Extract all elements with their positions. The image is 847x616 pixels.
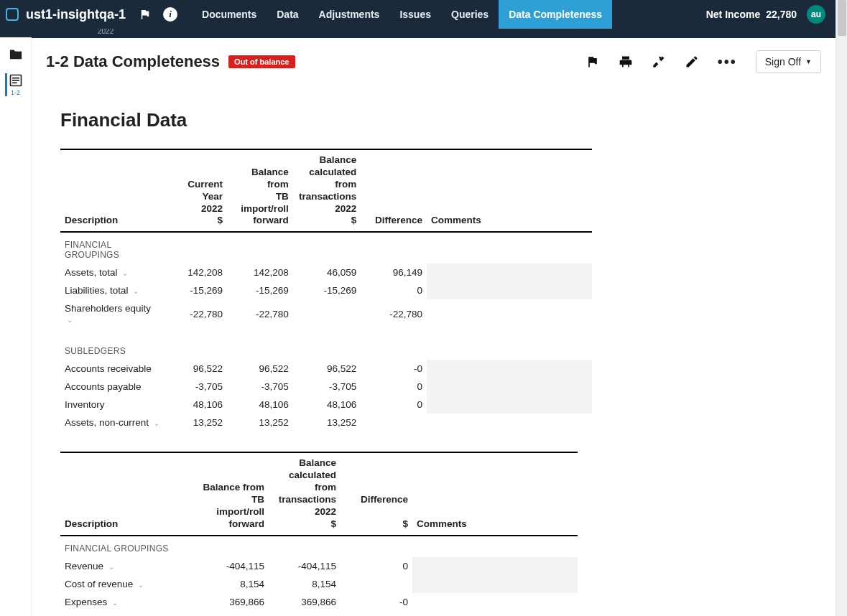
cell-tb: -3,705 — [227, 378, 293, 396]
col-tb-import: Balance fromTB import/rollforward — [227, 149, 293, 232]
left-rail: 1-2 — [0, 37, 32, 616]
net-income-label: Net Income — [706, 9, 760, 20]
row-description: Assets, total ⌄ — [60, 263, 164, 281]
group-heading: FINANCIAL GROUPINGS — [60, 536, 578, 557]
chevron-down-icon[interactable]: ⌄ — [133, 287, 139, 295]
app-logo-icon — [6, 8, 19, 21]
cell-diff: -0 — [361, 360, 427, 378]
col-tb-import: Balance fromTB import/rollforward — [197, 452, 269, 535]
row-description: Inventory — [60, 396, 164, 414]
flag-button[interactable] — [586, 55, 600, 69]
financial-table-2: Description Balance fromTB import/rollfo… — [60, 452, 578, 610]
cell-calc: -15,269 — [293, 281, 361, 299]
cell-tb: -404,115 — [197, 557, 269, 575]
net-income-display: Net Income 22,780 — [706, 9, 797, 20]
col-calculated: Balancecalculated fromtransactions2022$ — [269, 452, 341, 535]
financial-table-1: Description Current Year2022$ Balance fr… — [60, 149, 592, 431]
cell-tb: 142,208 — [227, 263, 293, 281]
comment-cell[interactable] — [427, 360, 592, 378]
cell-tb: 13,252 — [227, 414, 293, 431]
cell-tb: 96,522 — [227, 360, 293, 378]
status-badge: Out of balance — [228, 55, 295, 68]
cell-calc: -3,705 — [293, 378, 361, 396]
tab-issues[interactable]: Issues — [389, 0, 441, 29]
section-title: Financial Data — [60, 109, 821, 131]
tab-queries[interactable]: Queries — [441, 0, 499, 29]
row-description: Shareholders equity⌄ — [60, 299, 164, 328]
chevron-down-icon[interactable]: ⌄ — [112, 599, 118, 607]
cell-cy: -3,705 — [164, 378, 227, 396]
comment-cell[interactable] — [427, 281, 592, 299]
project-title: ust1-insightqa-1 — [26, 7, 126, 22]
rail-documents[interactable] — [6, 47, 25, 60]
chevron-down-icon[interactable]: ⌄ — [67, 316, 73, 324]
row-description: Revenue ⌄ — [60, 557, 197, 575]
comment-cell[interactable] — [427, 263, 592, 281]
cell-cy: 96,522 — [164, 360, 227, 378]
comment-cell[interactable] — [412, 575, 578, 593]
comment-cell[interactable] — [427, 378, 592, 396]
caret-down-icon: ▼ — [805, 58, 812, 65]
cell-cy: -22,780 — [164, 299, 227, 328]
tab-adjustments[interactable]: Adjustments — [309, 0, 390, 29]
window-scrollbar[interactable]: ▲ — [836, 0, 847, 616]
content-area: 1-2 Data Completeness Out of balance •••… — [32, 37, 836, 616]
rail-item-label: 1-2 — [11, 89, 20, 96]
col-comments: Comments — [427, 149, 592, 232]
comment-cell[interactable] — [412, 557, 578, 575]
row-description: Liabilities, total ⌄ — [60, 281, 164, 299]
scroll-thumb[interactable] — [838, 0, 846, 36]
comment-cell[interactable] — [412, 593, 578, 611]
edit-button[interactable] — [685, 55, 699, 69]
col-current-year: Current Year2022$ — [164, 149, 227, 232]
rail-item-1-2[interactable]: 1-2 — [5, 73, 24, 96]
col-difference: Difference — [361, 149, 427, 232]
cell-calc: 369,866 — [269, 593, 341, 611]
chevron-down-icon[interactable]: ⌄ — [122, 269, 128, 277]
cell-cy: 48,106 — [164, 396, 227, 414]
cell-calc: 46,059 — [293, 263, 361, 281]
row-description: Accounts payable — [60, 378, 164, 396]
cell-cy: 142,208 — [164, 263, 227, 281]
tools-button[interactable] — [652, 55, 666, 69]
cell-diff: 0 — [361, 378, 427, 396]
col-description: Description — [60, 149, 164, 232]
user-avatar[interactable]: au — [807, 5, 825, 24]
row-description: Expenses ⌄ — [60, 593, 197, 611]
cell-calc: 96,522 — [293, 360, 361, 378]
tab-data-completeness[interactable]: Data Completeness — [499, 0, 612, 29]
cell-diff: 0 — [341, 557, 412, 575]
cell-cy: -15,269 — [164, 281, 227, 299]
cell-tb: 8,154 — [197, 575, 269, 593]
cell-diff — [361, 414, 427, 431]
more-button[interactable]: ••• — [718, 54, 737, 70]
comment-cell[interactable] — [427, 414, 592, 431]
page-title: 1-2 Data Completeness — [46, 52, 220, 71]
cell-diff: -22,780 — [361, 299, 427, 328]
cell-diff: 0 — [361, 281, 427, 299]
chevron-down-icon[interactable]: ⌄ — [138, 581, 144, 589]
flag-icon[interactable] — [139, 8, 152, 21]
project-year: 2022 — [0, 27, 836, 38]
chevron-down-icon[interactable]: ⌄ — [108, 563, 114, 571]
info-icon[interactable]: i — [163, 7, 177, 22]
net-income-value: 22,780 — [766, 9, 797, 20]
col-description: Description — [60, 452, 197, 535]
tab-data[interactable]: Data — [267, 0, 308, 29]
comment-cell[interactable] — [427, 396, 592, 414]
group-heading: SUBLEDGERS — [60, 342, 592, 360]
cell-diff — [341, 575, 412, 593]
row-description: Assets, non-current ⌄ — [60, 414, 164, 431]
top-navbar: ust1-insightqa-1 i Documents Data Adjust… — [0, 0, 836, 29]
cell-tb: -15,269 — [227, 281, 293, 299]
comment-cell[interactable] — [427, 299, 592, 328]
col-calculated: Balancecalculatedfromtransactions2022$ — [293, 149, 361, 232]
tab-documents[interactable]: Documents — [192, 0, 267, 29]
svg-rect-0 — [17, 48, 20, 52]
page-toolbar: ••• Sign Off ▼ — [586, 50, 821, 73]
sign-off-button[interactable]: Sign Off ▼ — [756, 50, 821, 73]
chevron-down-icon[interactable]: ⌄ — [154, 419, 159, 427]
print-button[interactable] — [619, 55, 633, 69]
page-header: 1-2 Data Completeness Out of balance •••… — [46, 50, 821, 73]
cell-diff: 0 — [361, 396, 427, 414]
